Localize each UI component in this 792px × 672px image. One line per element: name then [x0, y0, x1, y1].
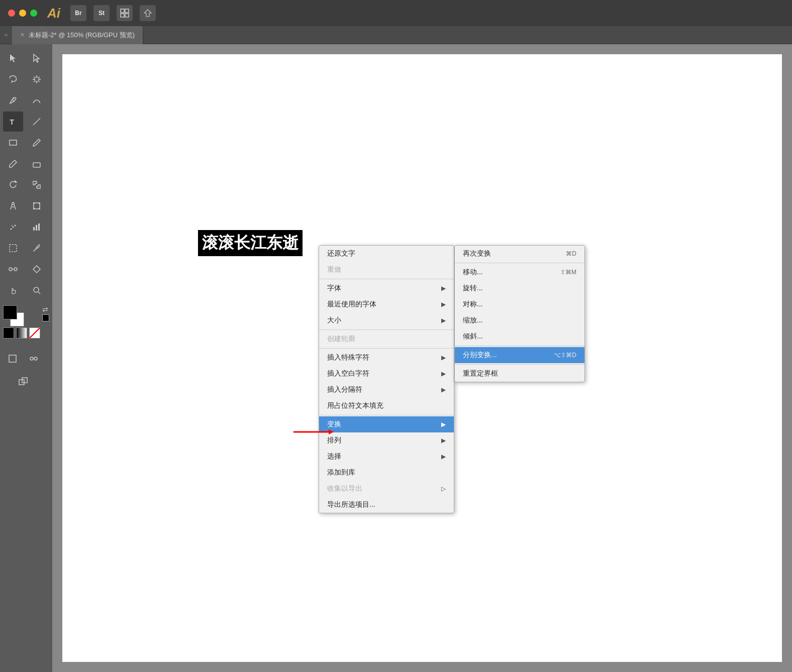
menu-arrange-arrow: ▶: [441, 437, 446, 444]
svg-rect-3: [125, 14, 129, 17]
foreground-color-swatch[interactable]: [3, 305, 17, 319]
publish-icon[interactable]: [140, 5, 156, 21]
zoom-tool[interactable]: [27, 280, 47, 300]
tab-title: 未标题-2* @ 150% (RGB/GPU 预览): [29, 31, 135, 40]
menu-recent-font[interactable]: 最近使用的字体 ▶: [319, 296, 454, 312]
lasso-tool[interactable]: [3, 69, 23, 89]
red-arrow-indicator: [293, 427, 334, 437]
default-colors-button[interactable]: [42, 314, 49, 321]
type-tool[interactable]: T: [3, 111, 23, 132]
submenu-transform-each[interactable]: 分别变换... ⌥⇧⌘D: [455, 347, 584, 363]
submenu-shear[interactable]: 倾斜...: [455, 328, 584, 345]
menu-redo-label: 重做: [327, 265, 341, 274]
menu-insert-whitespace-arrow: ▶: [441, 370, 446, 377]
menu-export-selected[interactable]: 导出所选项目...: [319, 497, 454, 513]
workspace-switcher[interactable]: [117, 5, 133, 21]
screen-mode-button[interactable]: [3, 349, 22, 369]
menu-redo[interactable]: 重做: [319, 262, 454, 278]
color-swatch-section: ⇄: [3, 305, 49, 346]
menu-transform-arrow: ▶: [441, 421, 446, 428]
duplicate-button-row: [3, 372, 49, 392]
svg-point-29: [34, 357, 37, 360]
stock-icon[interactable]: St: [93, 5, 110, 21]
menu-fill-placeholder-label: 用占位符文本填充: [327, 401, 383, 410]
magic-wand-tool[interactable]: [27, 69, 47, 89]
submenu-transform-again-label: 再次变换: [463, 249, 491, 258]
svg-line-26: [38, 292, 40, 294]
menu-select-label: 选择: [327, 452, 341, 461]
symbol-spray-tool[interactable]: [3, 217, 23, 237]
eyedropper-tool[interactable]: [27, 238, 47, 258]
color-swatches[interactable]: [3, 305, 27, 329]
scale-tool[interactable]: [27, 175, 47, 195]
collapse-button[interactable]: ‹‹: [0, 26, 12, 44]
rectangle-tool[interactable]: [3, 133, 23, 153]
submenu-rotate[interactable]: 旋转...: [455, 280, 584, 296]
menu-insert-special-arrow: ▶: [441, 354, 446, 361]
menu-sep-1: [319, 279, 454, 279]
select-tool[interactable]: [3, 48, 23, 68]
svg-rect-19: [33, 227, 35, 231]
curvature-tool[interactable]: [27, 90, 47, 110]
canvas-text-element[interactable]: 滚滚长江东逝: [198, 230, 303, 256]
menu-insert-break[interactable]: 插入分隔符 ▶: [319, 382, 454, 398]
menu-fill-placeholder[interactable]: 用占位符文本填充: [319, 398, 454, 414]
pencil-tool[interactable]: [3, 154, 23, 174]
menu-collect-export[interactable]: 收集以导出 ▷: [319, 481, 454, 497]
arrange-button[interactable]: [24, 349, 43, 369]
main-layout: T: [0, 44, 792, 672]
direct-select-tool[interactable]: [27, 48, 47, 68]
swap-colors-button[interactable]: ⇄: [42, 305, 49, 313]
free-transform-tool[interactable]: [27, 196, 47, 216]
svg-point-24: [14, 268, 17, 271]
menu-select[interactable]: 选择 ▶: [319, 449, 454, 465]
submenu-transform-again[interactable]: 再次变换 ⌘D: [455, 246, 584, 262]
none-mode-button[interactable]: [29, 327, 40, 339]
pen-tool[interactable]: [3, 90, 23, 110]
rotate-tool[interactable]: [3, 175, 23, 195]
color-mode-button[interactable]: [3, 327, 14, 339]
svg-rect-0: [121, 9, 124, 13]
menu-create-outline[interactable]: 创建轮廓: [319, 331, 454, 347]
close-button[interactable]: [8, 10, 15, 17]
menu-font-label: 字体: [327, 284, 341, 293]
tab-close-button[interactable]: ✕: [20, 32, 25, 38]
submenu-move[interactable]: 移动... ⇧⌘M: [455, 264, 584, 280]
menu-size[interactable]: 大小 ▶: [319, 312, 454, 328]
svg-text:T: T: [10, 118, 14, 126]
menu-insert-whitespace[interactable]: 插入空白字符 ▶: [319, 366, 454, 382]
submenu-sep-1: [455, 263, 584, 263]
menu-insert-whitespace-label: 插入空白字符: [327, 369, 369, 378]
menu-insert-break-arrow: ▶: [441, 386, 446, 393]
hand-tool[interactable]: [3, 280, 23, 300]
minimize-button[interactable]: [19, 10, 26, 17]
svg-point-25: [34, 287, 39, 292]
menu-size-arrow: ▶: [441, 317, 446, 324]
menu-transform[interactable]: 变换 ▶: [319, 416, 454, 432]
bridge-icon[interactable]: Br: [70, 5, 86, 21]
menu-add-to-library[interactable]: 添加到库: [319, 465, 454, 481]
puppet-warp-tool[interactable]: [3, 196, 23, 216]
svg-marker-33: [329, 429, 334, 434]
maximize-button[interactable]: [30, 10, 37, 17]
gradient-mode-button[interactable]: [16, 327, 27, 339]
submenu-reset-bounding[interactable]: 重置定界框: [455, 366, 584, 382]
eraser-tool[interactable]: [27, 154, 47, 174]
menu-font[interactable]: 字体 ▶: [319, 280, 454, 296]
svg-point-4: [13, 97, 15, 99]
duplicate-tool[interactable]: [3, 372, 43, 392]
menu-insert-special[interactable]: 插入特殊字符 ▶: [319, 350, 454, 366]
menu-revert-text[interactable]: 还原文字: [319, 246, 454, 262]
submenu-reflect[interactable]: 对称...: [455, 296, 584, 312]
blend-tool[interactable]: [3, 259, 23, 279]
line-tool[interactable]: [27, 111, 47, 132]
toolbar: T: [0, 44, 52, 672]
paintbrush-tool[interactable]: [27, 133, 47, 153]
column-graph-tool[interactable]: [27, 217, 47, 237]
live-paint-tool[interactable]: [27, 259, 47, 279]
menu-arrange[interactable]: 排列 ▶: [319, 432, 454, 449]
artboard-tool[interactable]: [3, 238, 23, 258]
menu-select-arrow: ▶: [441, 453, 446, 460]
document-tab[interactable]: ✕ 未标题-2* @ 150% (RGB/GPU 预览): [12, 26, 143, 44]
submenu-scale[interactable]: 缩放...: [455, 312, 584, 328]
